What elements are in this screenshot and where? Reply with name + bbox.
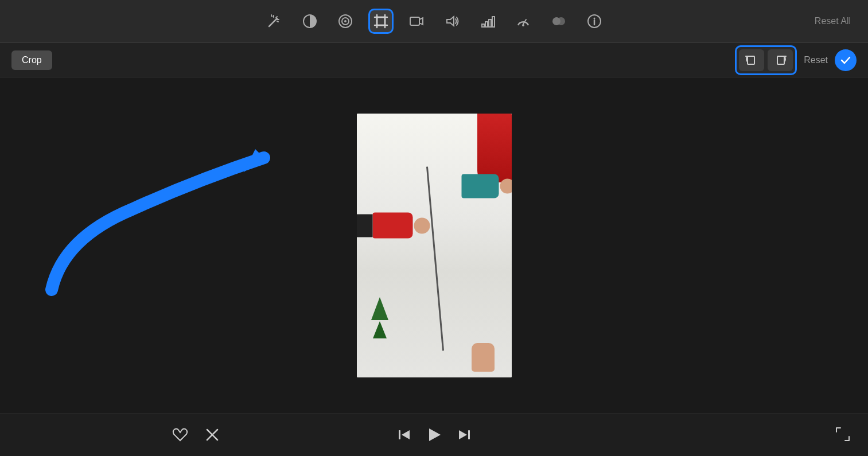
speed-button[interactable] bbox=[475, 9, 500, 34]
svg-line-2 bbox=[276, 17, 277, 18]
person-teal bbox=[461, 174, 512, 198]
svg-rect-10 bbox=[377, 17, 385, 25]
playback-controls bbox=[397, 426, 472, 443]
svg-point-9 bbox=[344, 20, 347, 22]
rotate-left-button[interactable] bbox=[739, 49, 764, 71]
skier-red bbox=[357, 212, 430, 238]
info-button[interactable] bbox=[582, 9, 607, 34]
video-frame bbox=[357, 114, 512, 377]
svg-rect-18 bbox=[482, 24, 484, 27]
svg-rect-30 bbox=[777, 56, 784, 64]
bottom-playbar bbox=[0, 413, 868, 456]
rotate-group bbox=[735, 45, 797, 75]
teal-person-body bbox=[461, 174, 499, 198]
svg-marker-36 bbox=[429, 428, 441, 441]
crop-toolbar: Crop Reset bbox=[0, 43, 868, 77]
svg-line-4 bbox=[271, 15, 272, 17]
color-correction-button[interactable] bbox=[297, 9, 322, 34]
audio-button[interactable] bbox=[439, 9, 465, 34]
top-toolbar: Reset All bbox=[0, 0, 868, 43]
svg-line-0 bbox=[269, 18, 277, 26]
magic-tool-button[interactable] bbox=[262, 9, 287, 34]
svg-rect-29 bbox=[748, 56, 754, 64]
toolbar-icons bbox=[262, 9, 607, 34]
svg-marker-35 bbox=[402, 430, 410, 439]
tree-2 bbox=[373, 321, 387, 338]
skier-head bbox=[414, 217, 430, 233]
action-buttons bbox=[172, 427, 219, 442]
dislike-button[interactable] bbox=[205, 428, 219, 442]
svg-point-28 bbox=[593, 18, 595, 20]
svg-marker-31 bbox=[244, 149, 264, 172]
expand-button[interactable] bbox=[835, 426, 851, 446]
video-button[interactable] bbox=[404, 9, 429, 34]
svg-rect-21 bbox=[492, 17, 495, 27]
reset-all-button[interactable]: Reset All bbox=[815, 16, 851, 26]
gauge-button[interactable] bbox=[511, 9, 536, 34]
svg-line-5 bbox=[277, 21, 278, 22]
crop-tool-button[interactable] bbox=[368, 9, 394, 34]
overlay-button[interactable] bbox=[546, 9, 571, 34]
annotation-arrow bbox=[17, 123, 344, 307]
svg-point-25 bbox=[557, 17, 565, 25]
svg-rect-20 bbox=[489, 20, 491, 27]
main-content bbox=[0, 77, 868, 413]
red-accent-element bbox=[477, 114, 512, 182]
skier-body bbox=[372, 212, 412, 238]
confirm-button[interactable] bbox=[835, 49, 857, 71]
rotate-right-button[interactable] bbox=[768, 49, 793, 71]
svg-rect-34 bbox=[399, 430, 400, 439]
svg-rect-37 bbox=[468, 430, 470, 439]
skier-legs bbox=[357, 214, 373, 237]
svg-marker-17 bbox=[447, 17, 454, 26]
play-button[interactable] bbox=[426, 426, 443, 443]
crop-label-button[interactable]: Crop bbox=[11, 50, 52, 70]
like-button[interactable] bbox=[172, 427, 188, 442]
right-controls: Reset bbox=[735, 45, 857, 75]
trees-element bbox=[363, 297, 397, 343]
svg-marker-16 bbox=[419, 18, 423, 25]
video-image bbox=[357, 114, 512, 377]
hand-element bbox=[472, 343, 495, 372]
svg-rect-15 bbox=[410, 17, 419, 25]
filter-button[interactable] bbox=[333, 9, 358, 34]
svg-marker-38 bbox=[459, 430, 467, 439]
reset-button[interactable]: Reset bbox=[804, 55, 828, 65]
svg-rect-19 bbox=[485, 22, 488, 27]
skip-forward-button[interactable] bbox=[457, 427, 472, 442]
teal-person-head bbox=[500, 178, 512, 193]
tree-1 bbox=[371, 297, 388, 320]
skip-back-button[interactable] bbox=[397, 427, 412, 442]
